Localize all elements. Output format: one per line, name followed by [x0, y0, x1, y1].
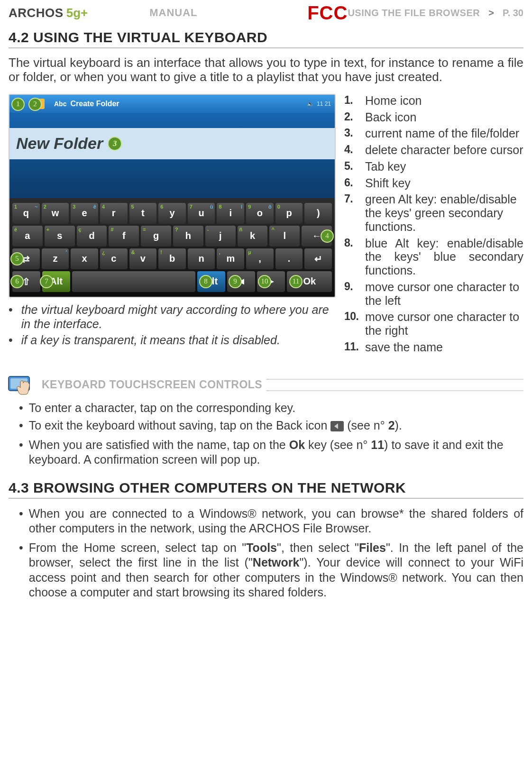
kb-key[interactable]: ,m	[217, 248, 244, 269]
legend-text: save the name	[365, 340, 443, 354]
section-rule-2	[9, 498, 523, 499]
kb-key[interactable]: ^l	[269, 226, 300, 247]
callout-8: 8	[199, 275, 212, 288]
kb-key[interactable]: +s	[45, 226, 75, 247]
kb-key[interactable]: 'z	[42, 248, 69, 269]
kb-input-text: New Folder	[16, 134, 103, 153]
keyboard-legend: 1.Home icon2.Back icon3.current name of …	[344, 94, 523, 354]
kb-key[interactable]: -j	[205, 226, 236, 247]
callout-6: 6	[10, 275, 24, 288]
kb-key[interactable]: .	[275, 248, 303, 269]
callout-5: 5	[10, 252, 24, 265]
kb-key[interactable]: =g	[141, 226, 171, 247]
legend-item: 4.delete character before cursor	[344, 143, 523, 157]
kb-title: Create Folder	[70, 100, 119, 108]
fcc-label: FCC	[293, 2, 348, 24]
legend-text: Back icon	[365, 110, 416, 124]
kb-input-field[interactable]: New Folder 3	[9, 128, 335, 159]
touch-controls-header: KEYBOARD TOUCHSCREEN CONTROLS	[9, 374, 523, 396]
legend-text: Tab key	[365, 160, 406, 174]
section-4-2-title: 4.2 USING THE VIRTUAL KEYBOARD	[9, 29, 523, 47]
legend-item: 1.Home icon	[344, 94, 523, 108]
kb-key[interactable]: 3êe	[71, 203, 98, 224]
legend-text: delete character before cursor	[365, 143, 523, 157]
kb-titlebar: Abc Create Folder 🔈 11 21	[9, 95, 335, 113]
breadcrumb: USING THE FILE BROWSER	[348, 8, 480, 18]
keyboard-notes: the virtual keyboard might vary accordin…	[9, 302, 336, 347]
kb-key[interactable]: ?h	[173, 226, 203, 247]
kb-key[interactable]: ↵	[304, 248, 332, 269]
touch-controls-list: To enter a character, tap on the corresp…	[19, 401, 523, 467]
back-icon-inline	[330, 420, 344, 435]
kb-key[interactable]: ñk	[238, 226, 268, 247]
section-4-3: 4.3 BROWSING OTHER COMPUTERS ON THE NETW…	[9, 480, 523, 499]
kb-key[interactable]: #f	[109, 226, 139, 247]
page-header: ARCHOS 5g+ MANUAL FCC USING THE FILE BRO…	[0, 0, 532, 26]
kb-key[interactable]: 2w	[42, 203, 69, 224]
brand-block: ARCHOS 5g+	[9, 6, 88, 20]
touch-item-2-text: To exit the keyboard without saving, tap…	[29, 418, 402, 435]
net-item-2: From the Home screen, select tap on "Too…	[19, 540, 523, 600]
kb-row-2: 4 éa+sçd#f=g?h-jñk^l←	[12, 226, 332, 247]
kb-key[interactable]: éa	[12, 226, 43, 247]
legend-text: Home icon	[365, 94, 422, 108]
section-4-2: 4.2 USING THE VIRTUAL KEYBOARD	[9, 29, 523, 48]
kb-key[interactable]: 4r	[100, 203, 128, 224]
kb-key[interactable]: 6y	[158, 203, 186, 224]
kb-key[interactable]: çd	[77, 226, 107, 247]
kb-key[interactable]: !b	[158, 248, 186, 269]
kb-key[interactable]: 5t	[129, 203, 157, 224]
touch-item-1: To enter a character, tap on the corresp…	[19, 401, 523, 415]
kb-row-4: 6 ⇧ 7 Alt 8 Alt 9 ◄ 10 ► 11 Ok	[12, 271, 332, 292]
legend-item: 10.move cursor one character to the righ…	[344, 310, 523, 338]
kb-key[interactable]: &v	[129, 248, 157, 269]
touch-controls-title: KEYBOARD TOUCHSCREEN CONTROLS	[38, 378, 266, 391]
callout-2: 2	[28, 98, 42, 111]
legend-num: 10.	[344, 310, 361, 322]
section-4-2-intro: The virtual keyboard is an interface tha…	[9, 56, 523, 84]
net-item-2-text: From the Home screen, select tap on "Too…	[29, 540, 523, 600]
legend-text: current name of the file/folder	[365, 127, 519, 140]
kb-key[interactable]: ¿c	[100, 248, 128, 269]
kb-key[interactable]: 7ûu	[188, 203, 215, 224]
kb-key[interactable]: 1~q	[12, 203, 40, 224]
note-1: the virtual keyboard might vary accordin…	[9, 302, 336, 331]
header-right: USING THE FILE BROWSER > P. 30	[348, 8, 523, 18]
kb-key[interactable]: n	[188, 248, 215, 269]
clock-text: 11 21	[317, 101, 331, 107]
space-key[interactable]	[72, 271, 195, 292]
kb-key[interactable]: x	[71, 248, 98, 269]
back-icon[interactable]: Abc	[54, 100, 66, 108]
touch-header-rule: KEYBOARD TOUCHSCREEN CONTROLS	[38, 379, 523, 391]
legend-text: blue Alt key: enable/disable the keys' b…	[365, 237, 523, 277]
legend-num: 11.	[344, 340, 361, 353]
legend-num: 7.	[344, 192, 361, 205]
note-2: if a key is transparent, it means that i…	[9, 333, 336, 347]
kb-key-rows: 1~q2w3êe4r5t6y7ûu8îi9ôo0p) 4 éa+sçd#f=g?…	[9, 198, 335, 297]
touch-item-1-text: To enter a character, tap on the corresp…	[29, 401, 295, 415]
net-item-1-text: When you are connected to a Windows® net…	[29, 506, 523, 536]
network-browsing-list: When you are connected to a Windows® net…	[19, 506, 523, 600]
legend-num: 3.	[344, 127, 361, 139]
kb-key[interactable]: µ,	[246, 248, 274, 269]
legend-item: 2.Back icon	[344, 110, 523, 124]
callout-1: 1	[11, 98, 25, 111]
manual-label: MANUAL	[88, 7, 293, 19]
legend-text: Shift key	[365, 176, 411, 190]
kb-key[interactable]: )	[304, 203, 332, 224]
kb-key[interactable]: 8îi	[217, 203, 244, 224]
legend-text: move cursor one character to the right	[365, 310, 523, 338]
touch-item-2: To exit the keyboard without saving, tap…	[19, 418, 523, 435]
touch-item-3: When you are satisfied with the name, ta…	[19, 438, 523, 467]
net-item-1: When you are connected to a Windows® net…	[19, 506, 523, 536]
section-4-3-title: 4.3 BROWSING OTHER COMPUTERS ON THE NETW…	[9, 480, 523, 498]
touchscreen-icon	[9, 374, 35, 396]
model-label: 5g+	[66, 6, 88, 20]
legend-num: 4.	[344, 143, 361, 156]
legend-num: 1.	[344, 94, 361, 106]
kb-key[interactable]: 0p	[275, 203, 303, 224]
kb-key[interactable]: 9ôo	[246, 203, 274, 224]
legend-item: 6.Shift key	[344, 176, 523, 190]
kb-row-1: 1~q2w3êe4r5t6y7ûu8îi9ôo0p)	[12, 203, 332, 224]
note-2-text: if a key is transparent, it means that i…	[21, 333, 280, 347]
